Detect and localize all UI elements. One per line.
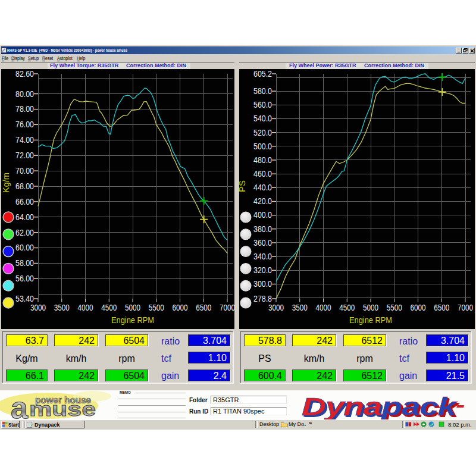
svg-text:340.0: 340.0 bbox=[253, 252, 272, 261]
svg-text:520.0: 520.0 bbox=[253, 128, 272, 137]
svg-text:420.0: 420.0 bbox=[253, 196, 272, 206]
svg-text:58.00: 58.00 bbox=[15, 258, 34, 268]
svg-text:460.0: 460.0 bbox=[253, 169, 272, 178]
svg-text:62.00: 62.00 bbox=[15, 228, 34, 237]
svg-text:4500: 4500 bbox=[339, 303, 355, 312]
svg-text:400.0: 400.0 bbox=[253, 210, 272, 220]
svg-text:70.00: 70.00 bbox=[15, 166, 34, 176]
svg-text:320.0: 320.0 bbox=[253, 265, 272, 275]
svg-text:580.0: 580.0 bbox=[253, 86, 272, 96]
svg-text:68.00: 68.00 bbox=[15, 181, 34, 191]
svg-text:5500: 5500 bbox=[149, 303, 164, 312]
svg-text:Kg/m: Kg/m bbox=[1, 173, 11, 193]
svg-text:6500: 6500 bbox=[196, 303, 211, 312]
svg-text:Engine RPM: Engine RPM bbox=[349, 315, 392, 325]
svg-text:a: a bbox=[11, 390, 29, 419]
svg-text:3500: 3500 bbox=[292, 303, 308, 312]
svg-text:5000: 5000 bbox=[363, 303, 378, 312]
svg-text:Engine RPM: Engine RPM bbox=[111, 315, 154, 325]
svg-text:480.0: 480.0 bbox=[253, 155, 272, 165]
svg-text:6000: 6000 bbox=[411, 303, 426, 312]
svg-text:6500: 6500 bbox=[434, 303, 449, 312]
svg-text:7000: 7000 bbox=[220, 303, 234, 312]
svg-text:3500: 3500 bbox=[54, 303, 70, 312]
svg-text:5500: 5500 bbox=[387, 303, 402, 312]
svg-text:82.60: 82.60 bbox=[15, 69, 34, 79]
svg-text:7000: 7000 bbox=[458, 303, 473, 312]
svg-text:72.00: 72.00 bbox=[15, 151, 34, 160]
svg-text:605.2: 605.2 bbox=[253, 69, 272, 79]
svg-text:64.00: 64.00 bbox=[15, 212, 34, 222]
svg-text:360.0: 360.0 bbox=[253, 238, 272, 248]
svg-text:4000: 4000 bbox=[316, 303, 331, 312]
svg-text:300.0: 300.0 bbox=[253, 279, 272, 289]
svg-text:3000: 3000 bbox=[30, 303, 46, 312]
svg-text:74.00: 74.00 bbox=[15, 135, 34, 145]
svg-text:80.00: 80.00 bbox=[15, 89, 34, 99]
svg-text:66.00: 66.00 bbox=[15, 197, 34, 206]
svg-text:4500: 4500 bbox=[101, 303, 117, 312]
svg-text:53.40: 53.40 bbox=[15, 294, 34, 303]
svg-text:278.8: 278.8 bbox=[253, 294, 272, 303]
svg-text:78.00: 78.00 bbox=[15, 104, 34, 114]
svg-text:440.0: 440.0 bbox=[253, 183, 272, 192]
svg-text:6000: 6000 bbox=[173, 303, 188, 312]
svg-text:power house: power house bbox=[35, 395, 91, 405]
svg-text:560.0: 560.0 bbox=[253, 100, 272, 109]
svg-text:4000: 4000 bbox=[78, 303, 93, 312]
svg-text:60.00: 60.00 bbox=[15, 243, 34, 252]
svg-text:76.00: 76.00 bbox=[15, 120, 34, 129]
svg-text:PS: PS bbox=[239, 180, 247, 192]
svg-text:3000: 3000 bbox=[268, 303, 284, 312]
svg-text:540.0: 540.0 bbox=[253, 114, 272, 123]
svg-text:380.0: 380.0 bbox=[253, 224, 272, 234]
svg-text:56.00: 56.00 bbox=[15, 274, 34, 283]
svg-text:5000: 5000 bbox=[125, 303, 140, 312]
svg-text:500.0: 500.0 bbox=[253, 142, 272, 151]
